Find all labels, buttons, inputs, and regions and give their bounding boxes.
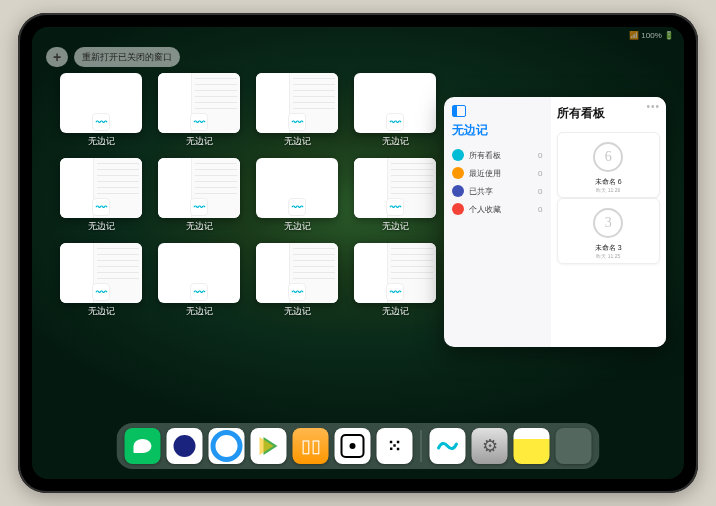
window-label: 无边记 [186, 135, 213, 148]
sidebar-item-count: 0 [538, 187, 542, 196]
sidebar-item[interactable]: 已共享0 [452, 182, 543, 200]
category-icon [452, 167, 464, 179]
window-thumbnail[interactable]: 〰无边记 [60, 243, 142, 318]
status-indicators: 📶 100% 🔋 [629, 31, 674, 40]
app-expose-grid: 〰无边记〰无边记〰无边记〰无边记〰无边记〰无边记〰无边记〰无边记〰无边记〰无边记… [60, 73, 440, 318]
thumbnail-preview: 〰 [354, 73, 436, 133]
ipad-device: 📶 100% 🔋 + 重新打开已关闭的窗口 〰无边记〰无边记〰无边记〰无边记〰无… [18, 13, 698, 493]
window-thumbnail[interactable]: 〰无边记 [256, 243, 338, 318]
window-label: 无边记 [382, 305, 409, 318]
freeform-app-icon: 〰 [190, 283, 208, 301]
board-name: 未命名 6 [595, 177, 622, 187]
category-icon [452, 185, 464, 197]
thumbnail-preview: 〰 [256, 73, 338, 133]
freeform-app-icon: 〰 [92, 113, 110, 131]
notes-icon[interactable] [514, 428, 550, 464]
window-thumbnail[interactable]: 〰无边记 [354, 73, 436, 148]
window-thumbnail[interactable]: 〰无边记 [60, 73, 142, 148]
sidebar-item-label: 所有看板 [469, 150, 501, 161]
window-thumbnail[interactable]: 〰无边记 [354, 158, 436, 233]
browser2-icon[interactable] [209, 428, 245, 464]
thumbnail-preview: 〰 [60, 243, 142, 303]
window-thumbnail[interactable]: 〰无边记 [158, 158, 240, 233]
board-preview: 6 [581, 137, 635, 177]
window-thumbnail[interactable]: 〰无边记 [60, 158, 142, 233]
dock-separator [421, 430, 422, 462]
window-label: 无边记 [284, 135, 311, 148]
window-label: 无边记 [382, 220, 409, 233]
freeform-app-icon: 〰 [288, 198, 306, 216]
category-icon [452, 203, 464, 215]
dock: ▯▯⁙⚙ [117, 423, 600, 469]
thumbnail-preview: 〰 [354, 243, 436, 303]
sidebar-item-label: 已共享 [469, 186, 493, 197]
freeform-app-icon: 〰 [92, 198, 110, 216]
browser1-icon[interactable] [167, 428, 203, 464]
board-timestamp: 昨天 11:25 [596, 253, 620, 259]
freeform-app-icon: 〰 [386, 113, 404, 131]
freeform-app-icon: 〰 [386, 283, 404, 301]
freeform-app-icon: 〰 [92, 283, 110, 301]
freeform-panel[interactable]: ••• 无边记 所有看板0最近使用0已共享0个人收藏0 所有看板 6未命名 6昨… [444, 97, 666, 347]
window-thumbnail[interactable]: 〰无边记 [158, 243, 240, 318]
freeform-icon[interactable] [430, 428, 466, 464]
hub-icon[interactable]: ⁙ [377, 428, 413, 464]
window-label: 无边记 [186, 220, 213, 233]
board-preview: 3 [581, 203, 635, 243]
reopen-closed-window-button[interactable]: 重新打开已关闭的窗口 [74, 47, 180, 67]
panel-title: 无边记 [452, 122, 543, 139]
window-thumbnail[interactable]: 〰无边记 [354, 243, 436, 318]
sidebar-item[interactable]: 最近使用0 [452, 164, 543, 182]
sidebar-item-count: 0 [538, 151, 542, 160]
thumbnail-preview: 〰 [158, 158, 240, 218]
window-label: 无边记 [186, 305, 213, 318]
panel-sidebar: 无边记 所有看板0最近使用0已共享0个人收藏0 [444, 97, 551, 347]
freeform-app-icon: 〰 [386, 198, 404, 216]
thumbnail-preview: 〰 [158, 73, 240, 133]
add-window-button[interactable]: + [46, 47, 68, 67]
books-icon[interactable]: ▯▯ [293, 428, 329, 464]
window-label: 无边记 [284, 305, 311, 318]
thumbnail-preview: 〰 [256, 243, 338, 303]
sidebar-item-label: 个人收藏 [469, 204, 501, 215]
app-library-icon[interactable] [556, 428, 592, 464]
sidebar-toggle-icon[interactable] [452, 105, 466, 117]
dice-icon[interactable] [335, 428, 371, 464]
more-icon[interactable]: ••• [646, 101, 660, 112]
play-store-icon[interactable] [251, 428, 287, 464]
freeform-app-icon: 〰 [190, 198, 208, 216]
status-bar: 📶 100% 🔋 [629, 31, 674, 40]
panel-content: 所有看板 6未命名 6昨天 11:263未命名 3昨天 11:25 [551, 97, 666, 347]
sidebar-item[interactable]: 所有看板0 [452, 146, 543, 164]
window-label: 无边记 [88, 135, 115, 148]
window-label: 无边记 [284, 220, 311, 233]
settings-icon[interactable]: ⚙ [472, 428, 508, 464]
window-thumbnail[interactable]: 〰无边记 [158, 73, 240, 148]
sidebar-item[interactable]: 个人收藏0 [452, 200, 543, 218]
board-card[interactable]: 3未命名 3昨天 11:25 [557, 198, 660, 264]
window-thumbnail[interactable]: 〰无边记 [256, 73, 338, 148]
thumbnail-preview: 〰 [354, 158, 436, 218]
thumbnail-preview: 〰 [256, 158, 338, 218]
window-label: 无边记 [382, 135, 409, 148]
window-label: 无边记 [88, 305, 115, 318]
sidebar-item-label: 最近使用 [469, 168, 501, 179]
window-thumbnail[interactable]: 〰无边记 [256, 158, 338, 233]
board-name: 未命名 3 [595, 243, 622, 253]
reopen-label: 重新打开已关闭的窗口 [82, 51, 172, 64]
screen: 📶 100% 🔋 + 重新打开已关闭的窗口 〰无边记〰无边记〰无边记〰无边记〰无… [32, 27, 684, 479]
freeform-app-icon: 〰 [288, 283, 306, 301]
freeform-app-icon: 〰 [288, 113, 306, 131]
freeform-app-icon: 〰 [190, 113, 208, 131]
wechat-icon[interactable] [125, 428, 161, 464]
thumbnail-preview: 〰 [60, 73, 142, 133]
sidebar-item-count: 0 [538, 205, 542, 214]
window-label: 无边记 [88, 220, 115, 233]
board-card[interactable]: 6未命名 6昨天 11:26 [557, 132, 660, 198]
plus-icon: + [53, 49, 61, 65]
top-controls: + 重新打开已关闭的窗口 [46, 47, 180, 67]
sidebar-item-count: 0 [538, 169, 542, 178]
category-icon [452, 149, 464, 161]
thumbnail-preview: 〰 [158, 243, 240, 303]
board-timestamp: 昨天 11:26 [596, 187, 620, 193]
